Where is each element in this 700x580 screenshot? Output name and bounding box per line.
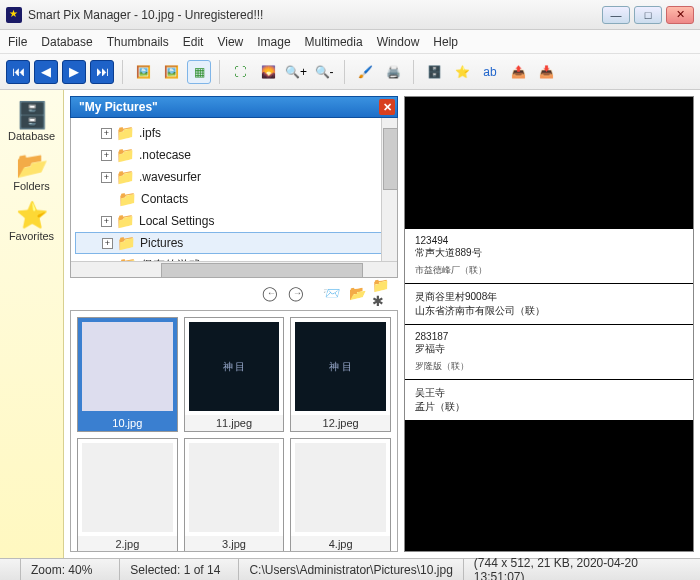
menu-database[interactable]: Database bbox=[41, 35, 92, 49]
tree-header: "My Pictures" ✕ bbox=[70, 96, 398, 118]
tree-item-label: Contacts bbox=[141, 192, 188, 206]
prev-button[interactable]: ◀ bbox=[34, 60, 58, 84]
thumb-label: 4.jpg bbox=[291, 536, 390, 552]
rename-icon[interactable]: ab bbox=[478, 60, 502, 84]
thumbnail[interactable]: 2.jpg bbox=[77, 438, 178, 552]
zoom-out-icon[interactable]: 🔍- bbox=[312, 60, 336, 84]
tree-item[interactable]: +📁.ipfs bbox=[71, 122, 397, 144]
status-meta: (744 x 512, 21 KB, 2020-04-20 13:51:07) bbox=[464, 559, 700, 580]
tree-item[interactable]: +📁Local Settings bbox=[71, 210, 397, 232]
separator bbox=[413, 60, 414, 84]
preview-block: 灵商谷里村9008年山东省济南市有限公司（联） bbox=[405, 284, 693, 324]
tree-item[interactable]: 📁Contacts bbox=[71, 188, 397, 210]
nav-favorites[interactable]: ⭐ Favorites bbox=[4, 198, 60, 246]
tree-item[interactable]: +📁.notecase bbox=[71, 144, 397, 166]
menu-help[interactable]: Help bbox=[433, 35, 458, 49]
wallpaper-icon[interactable]: 🌄 bbox=[256, 60, 280, 84]
thumb-label: 2.jpg bbox=[78, 536, 177, 552]
close-button[interactable]: ✕ bbox=[666, 6, 694, 24]
menu-bar: File Database Thumbnails Edit View Image… bbox=[0, 30, 700, 54]
tree-item-label: Local Settings bbox=[139, 214, 214, 228]
tree-item[interactable]: +📁Pictures bbox=[75, 232, 393, 254]
folder-icon: 📁 bbox=[116, 146, 135, 164]
slideshow2-icon[interactable]: 🖼️ bbox=[159, 60, 183, 84]
database-icon[interactable]: 🗄️ bbox=[422, 60, 446, 84]
separator bbox=[219, 60, 220, 84]
preview-block: 吴王寺孟片（联） bbox=[405, 380, 693, 420]
expand-icon[interactable]: + bbox=[102, 238, 113, 249]
status-selected: Selected: 1 of 14 bbox=[120, 559, 239, 580]
nav-folders[interactable]: 📂 Folders bbox=[4, 148, 60, 196]
nav-label: Database bbox=[4, 130, 60, 142]
tree-close-button[interactable]: ✕ bbox=[379, 99, 395, 115]
app-icon bbox=[6, 7, 22, 23]
status-zoom: Zoom: 40% bbox=[21, 559, 120, 580]
menu-thumbnails[interactable]: Thumbnails bbox=[107, 35, 169, 49]
new-folder-icon[interactable]: 📁✱ bbox=[372, 282, 394, 304]
folder-icon: 📁 bbox=[116, 124, 135, 142]
mid-toolbar: ◯← ◯→ 📨 📂 📁✱ bbox=[64, 278, 404, 308]
side-nav: 🗄️ Database 📂 Folders ⭐ Favorites bbox=[0, 90, 64, 558]
expand-icon[interactable]: + bbox=[101, 150, 112, 161]
menu-view[interactable]: View bbox=[217, 35, 243, 49]
database-icon: 🗄️ bbox=[4, 102, 60, 128]
tree-item[interactable]: +📁.wavesurfer bbox=[71, 166, 397, 188]
folder-tree: +📁.ipfs+📁.notecase+📁.wavesurfer📁Contacts… bbox=[70, 118, 398, 278]
export-icon[interactable]: 📤 bbox=[506, 60, 530, 84]
last-button[interactable]: ⏭ bbox=[90, 60, 114, 84]
thumb-label: 12.jpeg bbox=[291, 415, 390, 431]
tree-item-label: Pictures bbox=[140, 236, 183, 250]
tree-vscroll[interactable] bbox=[381, 118, 397, 261]
title-bar: Smart Pix Manager - 10.jpg - Unregistere… bbox=[0, 0, 700, 30]
thumbnail[interactable]: 4.jpg bbox=[290, 438, 391, 552]
thumbnail[interactable]: 3.jpg bbox=[184, 438, 285, 552]
edit-image-icon[interactable]: 🖌️ bbox=[353, 60, 377, 84]
menu-window[interactable]: Window bbox=[377, 35, 420, 49]
separator bbox=[344, 60, 345, 84]
thumbnail[interactable]: 神 目12.jpeg bbox=[290, 317, 391, 432]
first-button[interactable]: ⏮ bbox=[6, 60, 30, 84]
expand-icon[interactable]: + bbox=[101, 128, 112, 139]
thumbnail[interactable]: 神 目11.jpeg bbox=[184, 317, 285, 432]
maximize-button[interactable]: □ bbox=[634, 6, 662, 24]
nav-database[interactable]: 🗄️ Database bbox=[4, 98, 60, 146]
zoom-in-icon[interactable]: 🔍+ bbox=[284, 60, 308, 84]
toolbar: ⏮ ◀ ▶ ⏭ 🖼️ 🖼️ ▦ ⛶ 🌄 🔍+ 🔍- 🖌️ 🖨️ 🗄️ ⭐ ab … bbox=[0, 54, 700, 90]
back-button[interactable]: ◯← bbox=[258, 282, 280, 304]
tree-item-label: .ipfs bbox=[139, 126, 161, 140]
forward-button[interactable]: ◯→ bbox=[284, 282, 306, 304]
next-button[interactable]: ▶ bbox=[62, 60, 86, 84]
folders-icon: 📂 bbox=[4, 152, 60, 178]
slideshow-icon[interactable]: 🖼️ bbox=[131, 60, 155, 84]
open-folder-icon[interactable]: 📂 bbox=[346, 282, 368, 304]
favorite-icon[interactable]: ⭐ bbox=[450, 60, 474, 84]
thumb-image bbox=[295, 443, 386, 532]
expand-icon[interactable]: + bbox=[101, 216, 112, 227]
minimize-button[interactable]: — bbox=[602, 6, 630, 24]
star-icon: ⭐ bbox=[4, 202, 60, 228]
menu-image[interactable]: Image bbox=[257, 35, 290, 49]
nav-label: Folders bbox=[4, 180, 60, 192]
menu-edit[interactable]: Edit bbox=[183, 35, 204, 49]
tree-hscroll[interactable] bbox=[71, 261, 397, 277]
send-to-icon[interactable]: 📨 bbox=[320, 282, 342, 304]
tree-item[interactable]: 📁保存的游戏 bbox=[71, 254, 397, 261]
preview-block: 123494常声大道889号市益德峰厂（联） bbox=[405, 229, 693, 283]
print-icon[interactable]: 🖨️ bbox=[381, 60, 405, 84]
separator bbox=[122, 60, 123, 84]
status-path: C:\Users\Administrator\Pictures\10.jpg bbox=[239, 559, 463, 580]
window-title: Smart Pix Manager - 10.jpg - Unregistere… bbox=[28, 8, 602, 22]
menu-multimedia[interactable]: Multimedia bbox=[305, 35, 363, 49]
tree-item-label: .notecase bbox=[139, 148, 191, 162]
folder-icon: 📁 bbox=[117, 234, 136, 252]
import-icon[interactable]: 📥 bbox=[534, 60, 558, 84]
fullscreen-icon[interactable]: ⛶ bbox=[228, 60, 252, 84]
thumb-label: 10.jpg bbox=[78, 415, 177, 431]
thumb-image bbox=[82, 322, 173, 411]
thumb-image: 神 目 bbox=[189, 322, 280, 411]
thumbnail[interactable]: 10.jpg bbox=[77, 317, 178, 432]
folder-icon: 📁 bbox=[116, 168, 135, 186]
menu-file[interactable]: File bbox=[8, 35, 27, 49]
thumbs-view-icon[interactable]: ▦ bbox=[187, 60, 211, 84]
expand-icon[interactable]: + bbox=[101, 172, 112, 183]
